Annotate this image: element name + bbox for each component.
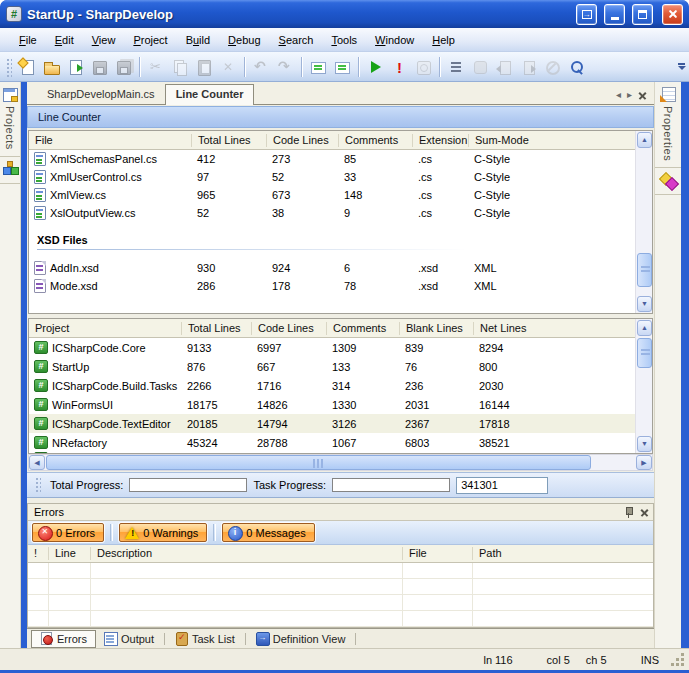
toolbar-grip[interactable]	[34, 476, 41, 494]
open-file-button[interactable]	[39, 55, 63, 79]
pad-tab-task-list[interactable]: Task List	[167, 630, 243, 648]
open-with-button[interactable]	[63, 55, 87, 79]
new-file-button[interactable]	[15, 55, 39, 79]
scroll-up-icon[interactable]: ▲	[637, 132, 652, 148]
resize-grip[interactable]	[671, 653, 685, 667]
cell-comments: 1330	[326, 399, 399, 411]
menu-debug[interactable]: Debug	[219, 31, 269, 49]
status-line: ln 116	[483, 654, 512, 666]
cell-total: 20185	[181, 418, 251, 430]
cell-code: 6997	[251, 342, 326, 354]
scroll-left-icon[interactable]: ◀	[29, 455, 45, 470]
menu-project[interactable]: Project	[124, 31, 176, 49]
sidebar-item-properties[interactable]: Properties	[655, 82, 681, 168]
tab-line-counter[interactable]: Line Counter	[165, 84, 255, 105]
project-row-clipped[interactable]: #	[29, 452, 635, 453]
error-cell	[402, 563, 472, 578]
filter-errors-button[interactable]: 0 Errors	[32, 523, 104, 542]
status-insert-mode: INS	[641, 654, 659, 666]
tab-sharpdevelopmain-cs[interactable]: SharpDevelopMain.cs	[37, 85, 165, 104]
sidebar-item-classes[interactable]	[0, 157, 20, 184]
filter-messages-button[interactable]: 0 Messages	[222, 523, 314, 542]
cell-code: 38	[266, 207, 338, 219]
tab-close-icon[interactable]	[638, 91, 646, 99]
errors-list-header[interactable]: !LineDescriptionFilePath	[28, 545, 653, 563]
tab-label: Definition View	[273, 633, 346, 645]
menu-file[interactable]: File	[10, 31, 46, 49]
error-cell	[48, 611, 90, 626]
float-button[interactable]: →	[576, 4, 597, 25]
horizontal-scrollbar[interactable]: ◀ ▶	[28, 454, 653, 471]
close-panel-icon[interactable]	[640, 508, 649, 517]
menu-tools[interactable]: Tools	[322, 31, 366, 49]
comment-region-button[interactable]	[306, 55, 330, 79]
status-character: ch 5	[586, 654, 607, 666]
menu-edit[interactable]: Edit	[46, 31, 83, 49]
project-row[interactable]: #ICSharpCode.Build.Tasks2266171631423620…	[29, 376, 635, 395]
scrollbar-thumb[interactable]	[46, 455, 591, 470]
files-table-scrollbar[interactable]: ▲ ▼	[635, 131, 652, 313]
maximize-button[interactable]	[632, 4, 653, 25]
scrollbar-thumb[interactable]	[637, 253, 652, 287]
sidebar-label: Projects	[4, 106, 16, 150]
minimize-button[interactable]	[604, 4, 625, 25]
cell-comments: 3126	[326, 418, 399, 430]
file-row[interactable]: XmlSchemasPanel.cs41227385.csC-Style	[29, 150, 635, 168]
menu-help[interactable]: Help	[423, 31, 464, 49]
cell-net: 2030	[473, 380, 635, 392]
task-progress-label: Task Progress:	[253, 479, 326, 491]
pin-icon[interactable]	[624, 507, 633, 518]
scroll-right-icon[interactable]: ▶	[636, 455, 652, 470]
search-button[interactable]	[564, 55, 588, 79]
menu-view[interactable]: View	[83, 31, 125, 49]
cell-blank: 6803	[399, 437, 473, 449]
sidebar-item-toolbox[interactable]	[655, 168, 681, 195]
run-button[interactable]	[363, 55, 387, 79]
project-row[interactable]: #NRefactory45324287881067680338521	[29, 433, 635, 452]
open-file-icon	[43, 59, 59, 75]
pad-tab-errors[interactable]: Errors	[31, 630, 96, 648]
pad-tab-definition-view[interactable]: Definition View	[248, 630, 354, 648]
title-bar[interactable]: # StartUp - SharpDevelop →	[0, 0, 689, 28]
scrollbar-thumb[interactable]	[637, 338, 652, 368]
errors-panel-title-bar[interactable]: Errors	[28, 504, 653, 521]
open-with-icon	[67, 59, 83, 75]
error-cell	[28, 595, 48, 610]
cell-blank: 839	[399, 342, 473, 354]
file-row[interactable]: AddIn.xsd9309246.xsdXML	[29, 259, 635, 277]
file-row[interactable]: Mode.xsd28617878.xsdXML	[29, 277, 635, 295]
menu-window[interactable]: Window	[366, 31, 423, 49]
bookmark-list-button[interactable]	[444, 55, 468, 79]
files-table-header[interactable]: FileTotal LinesCode LinesCommentsExtensi…	[29, 131, 635, 150]
sidebar-item-projects[interactable]: Projects	[0, 82, 20, 157]
pad-tab-output[interactable]: Output	[96, 630, 162, 648]
tab-scroll-right-icon[interactable]: ▸	[627, 90, 632, 100]
projects-table-header[interactable]: ProjectTotal LinesCode LinesCommentsBlan…	[29, 319, 635, 338]
file-row[interactable]: XslOutputView.cs52389.csC-Style	[29, 204, 635, 222]
projects-table-scrollbar[interactable]: ▲ ▼	[635, 319, 652, 453]
cell-text: ICSharpCode.TextEditor	[52, 418, 171, 430]
project-row[interactable]: #StartUp87666713376800	[29, 357, 635, 376]
file-row[interactable]: XmlView.cs965673148.csC-Style	[29, 186, 635, 204]
file-row[interactable]: XmlUserControl.cs975233.csC-Style	[29, 168, 635, 186]
menu-search[interactable]: Search	[270, 31, 323, 49]
toolbar-grip[interactable]	[5, 57, 12, 77]
abort-icon	[391, 59, 407, 75]
abort-button[interactable]	[387, 55, 411, 79]
cell-file: XmlUserControl.cs	[29, 170, 191, 184]
uncomment-region-button[interactable]	[330, 55, 354, 79]
scroll-up-icon[interactable]: ▲	[637, 320, 652, 336]
project-row[interactable]: #ICSharpCode.Core9133699713098398294	[29, 338, 635, 357]
tab-scroll-left-icon[interactable]: ◂	[616, 90, 621, 100]
cell-total: 2266	[181, 380, 251, 392]
project-row[interactable]: #WinFormsUI18175148261330203116144	[29, 395, 635, 414]
close-button[interactable]	[662, 4, 683, 25]
menu-build[interactable]: Build	[177, 31, 219, 49]
scroll-down-icon[interactable]: ▼	[637, 296, 652, 312]
filter-warnings-button[interactable]: 0 Warnings	[119, 523, 207, 542]
toolbar-overflow-button[interactable]	[676, 54, 687, 80]
scroll-down-icon[interactable]: ▼	[637, 436, 652, 452]
cell-project: #WinFormsUI	[29, 398, 181, 411]
project-icon: #	[34, 436, 48, 449]
project-row[interactable]: #ICSharpCode.TextEditor20185147943126236…	[29, 414, 635, 433]
